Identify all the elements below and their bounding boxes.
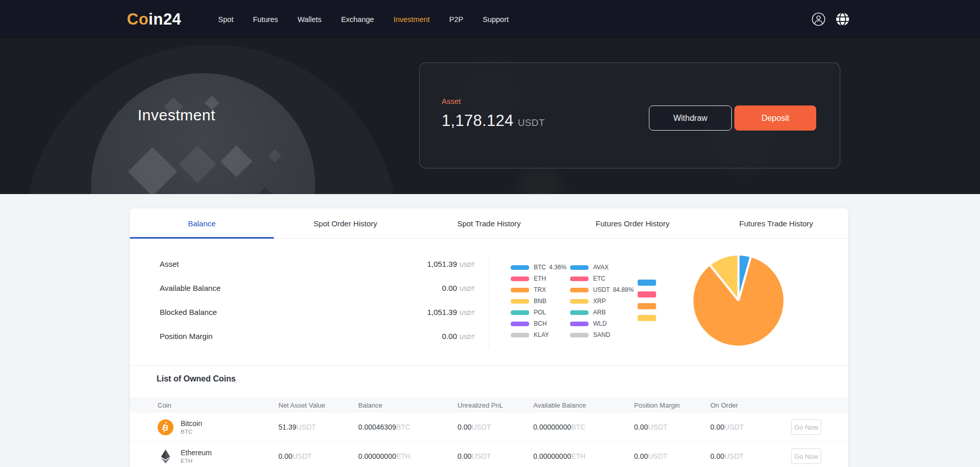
balance-value: 0.00USDT	[442, 332, 475, 341]
legend-item-arb[interactable]: ARB	[570, 307, 634, 318]
go-now-button[interactable]: Go Now	[791, 419, 821, 435]
legend-item-bch[interactable]: BCH	[511, 318, 567, 329]
nav-item-p2p[interactable]: P2P	[449, 15, 463, 24]
coin-symbol: ETH	[181, 458, 212, 464]
legend-label: KLAY	[534, 331, 549, 338]
column-position-margin: Position Margin	[634, 401, 710, 409]
legend-item-eth[interactable]: ETH	[511, 273, 567, 284]
nav-item-support[interactable]: Support	[483, 15, 509, 24]
legend-swatch	[570, 277, 589, 281]
legend-swatch	[570, 299, 589, 304]
main-nav: Spot Futures Wallets Exchange Investment…	[218, 15, 509, 24]
coin-symbol: BTC	[181, 429, 202, 435]
nav-item-futures[interactable]: Futures	[253, 15, 278, 24]
column-on-order: On Order	[710, 401, 791, 409]
legend-swatch	[570, 322, 589, 326]
legend-percent: 4.36%	[549, 264, 567, 271]
cell-on-order: 0.00USDT	[710, 422, 791, 432]
vertical-divider	[489, 257, 489, 348]
balance-row-position-margin: Position Margin 0.00USDT	[160, 332, 475, 345]
legend-label: BNB	[534, 298, 547, 305]
legend-swatch	[570, 265, 589, 270]
cell-position-margin: 0.00USDT	[634, 452, 710, 461]
hero-glow	[517, 166, 563, 194]
asset-summary-card: Asset 1,178.124USDT Withdraw Deposit	[419, 62, 840, 168]
legend-item-pol[interactable]: POL	[511, 307, 567, 318]
cell-on-order: 0.00USDT	[710, 452, 791, 461]
deposit-button[interactable]: Deposit	[734, 105, 816, 131]
legend-item-sand[interactable]: SAND	[570, 329, 634, 341]
legend-item-bnb[interactable]: BNB	[511, 295, 567, 307]
legend-label: BCH	[534, 320, 547, 327]
owned-coins-title: List of Owned Coins	[157, 374, 236, 384]
cell-available-balance: 0.00000000ETH	[533, 452, 634, 461]
cell-unrealized-pnl: 0.00USDT	[458, 452, 533, 461]
balance-label: Position Margin	[160, 332, 212, 341]
pie-slice-separators	[693, 256, 783, 346]
nav-item-spot[interactable]: Spot	[218, 15, 233, 24]
user-icon[interactable]	[812, 12, 825, 26]
nav-item-investment[interactable]: Investment	[394, 15, 430, 24]
legend-swatch[interactable]	[638, 291, 656, 298]
balance-label: Available Balance	[160, 284, 221, 292]
pie-legend-column-2: AVAX ETC USDT84.88% XRP ARB WLD SAND	[570, 262, 634, 341]
column-coin: Coin	[158, 401, 278, 409]
legend-swatch	[511, 333, 529, 337]
coin-name: Bitcoin	[181, 419, 202, 428]
legend-swatch[interactable]	[638, 303, 656, 309]
coin-cell: B Bitcoin BTC	[158, 419, 278, 435]
legend-item-trx[interactable]: TRX	[511, 284, 567, 295]
cell-net-asset-value: 51.39USDT	[278, 422, 358, 432]
asset-amount-currency: USDT	[518, 117, 545, 128]
logo-prefix: Co	[127, 10, 148, 28]
page-title: Investment	[138, 107, 215, 124]
asset-amount: 1,178.124USDT	[442, 112, 545, 130]
globe-icon[interactable]	[836, 12, 850, 26]
legend-swatch	[570, 333, 589, 337]
cell-balance: 0.00046309BTC	[358, 422, 458, 432]
coins-table-header: Coin Net Asset Value Balance Unrealized …	[130, 397, 848, 413]
balance-row-available: Available Balance 0.00USDT	[160, 284, 475, 297]
legend-item-etc[interactable]: ETC	[570, 273, 634, 284]
legend-item-usdt[interactable]: USDT84.88%	[570, 284, 634, 295]
go-now-button[interactable]: Go Now	[791, 449, 821, 464]
legend-label: SAND	[593, 331, 610, 338]
tab-futures-order-history[interactable]: Futures Order History	[561, 208, 705, 238]
legend-item-xrp[interactable]: XRP	[570, 295, 634, 307]
legend-swatch[interactable]	[638, 280, 656, 286]
cell-balance: 0.00000000ETH	[358, 452, 458, 461]
legend-label: WLD	[593, 320, 607, 327]
legend-item-wld[interactable]: WLD	[570, 318, 634, 329]
ethereum-icon	[158, 449, 173, 464]
legend-percent: 84.88%	[613, 286, 634, 293]
withdraw-button[interactable]: Withdraw	[649, 105, 732, 131]
balance-row-asset: Asset 1,051.39USDT	[160, 260, 475, 273]
legend-item-avax[interactable]: AVAX	[570, 262, 634, 273]
balance-summary: Asset 1,051.39USDT Available Balance 0.0…	[160, 260, 475, 356]
table-row-ethereum: Ethereum ETH 0.00USDT 0.00000000ETH 0.00…	[130, 442, 848, 467]
tab-balance[interactable]: Balance	[130, 208, 274, 238]
balance-value: 0.00USDT	[442, 284, 475, 292]
legend-swatch	[511, 322, 529, 326]
legend-swatch[interactable]	[638, 315, 656, 321]
column-available-balance: Available Balance	[533, 401, 634, 409]
legend-item-btc[interactable]: BTC4.36%	[511, 262, 567, 273]
balance-row-blocked: Blocked Balance 1,051.39USDT	[160, 308, 475, 321]
asset-label: Asset	[442, 97, 545, 105]
brand-logo[interactable]: Coin24	[127, 10, 181, 29]
nav-item-exchange[interactable]: Exchange	[341, 15, 374, 24]
tab-futures-trade-history[interactable]: Futures Trade History	[704, 208, 848, 238]
legend-label: ETC	[593, 275, 605, 282]
top-navbar: Coin24 Spot Futures Wallets Exchange Inv…	[0, 0, 980, 38]
tab-spot-trade-history[interactable]: Spot Trade History	[417, 208, 561, 238]
tab-spot-order-history[interactable]: Spot Order History	[274, 208, 418, 238]
balance-label: Asset	[160, 260, 179, 268]
pie-legend-mini-swatches	[638, 280, 656, 321]
legend-label: XRP	[593, 298, 606, 305]
nav-item-wallets[interactable]: Wallets	[297, 15, 321, 24]
legend-label: ETH	[534, 275, 546, 282]
cell-unrealized-pnl: 0.00USDT	[458, 422, 533, 432]
legend-item-klay[interactable]: KLAY	[511, 329, 567, 341]
cell-position-margin: 0.00USDT	[634, 422, 710, 432]
column-unrealized-pnl: Unrealized PnL	[458, 401, 533, 409]
